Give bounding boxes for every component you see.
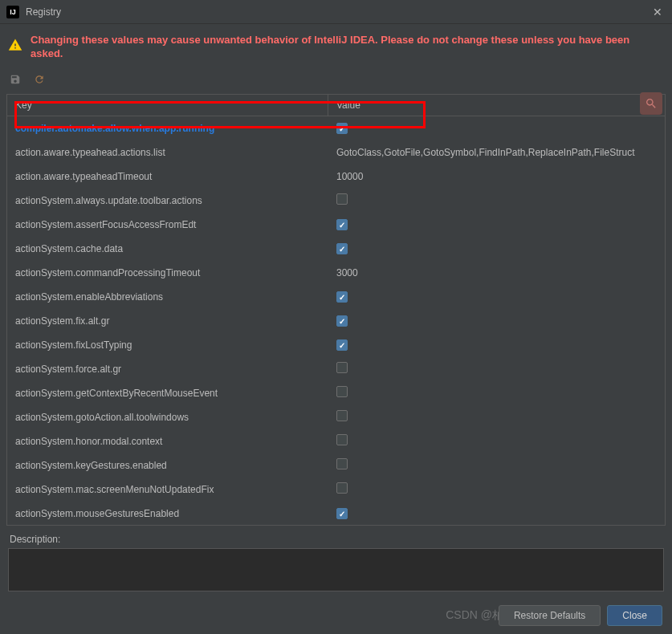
registry-value[interactable]: [328, 339, 665, 352]
warning-text: Changing these values may cause unwanted…: [31, 34, 664, 61]
registry-key: actionSystem.honor.modal.context: [7, 436, 328, 447]
table-row[interactable]: action.aware.typeahead.actions.listGotoC…: [7, 140, 665, 165]
checkbox[interactable]: [336, 339, 348, 351]
registry-value[interactable]: [328, 362, 665, 376]
close-icon[interactable]: ✕: [650, 2, 666, 22]
registry-value[interactable]: [328, 315, 665, 327]
registry-value[interactable]: [328, 410, 665, 424]
table-row[interactable]: actionSystem.enableAbbreviations: [7, 285, 665, 309]
registry-key: actionSystem.cache.data: [7, 243, 328, 254]
table-row[interactable]: actionSystem.getContextByRecentMouseEven…: [7, 381, 665, 405]
checkbox[interactable]: [336, 243, 348, 254]
registry-key: actionSystem.force.alt.gr: [7, 364, 328, 375]
table-row[interactable]: actionSystem.keyGestures.enabled: [7, 453, 665, 478]
registry-key: actionSystem.always.update.toolbar.actio…: [7, 195, 328, 206]
rows-container[interactable]: compiler.automake.allow.when.app.running…: [6, 116, 666, 526]
checkbox[interactable]: [336, 482, 348, 494]
checkbox[interactable]: [336, 315, 348, 327]
warning-icon: [8, 38, 22, 56]
table-row[interactable]: actionSystem.cache.data: [7, 237, 665, 261]
registry-value[interactable]: [328, 123, 665, 135]
registry-key: actionSystem.commandProcessingTimeout: [7, 267, 328, 278]
registry-table: Key Value compiler.automake.allow.when.a…: [6, 94, 666, 526]
close-button[interactable]: Close: [607, 605, 662, 626]
registry-value[interactable]: [328, 193, 665, 207]
registry-key: actionSystem.getContextByRecentMouseEven…: [7, 388, 328, 399]
column-key[interactable]: Key: [7, 95, 328, 116]
registry-key: actionSystem.fix.alt.gr: [7, 315, 328, 327]
table-row[interactable]: actionSystem.honor.modal.context: [7, 429, 665, 453]
table-row[interactable]: action.aware.typeaheadTimeout10000: [7, 165, 665, 189]
registry-value[interactable]: [328, 291, 665, 303]
checkbox[interactable]: [336, 193, 348, 205]
registry-key: actionSystem.keyGestures.enabled: [7, 460, 328, 471]
table-row[interactable]: actionSystem.mac.screenMenuNotUpdatedFix: [7, 478, 665, 502]
registry-key: actionSystem.mouseGesturesEnabled: [7, 508, 328, 519]
checkbox[interactable]: [336, 386, 348, 397]
table-row[interactable]: actionSystem.assertFocusAccessFromEdt: [7, 213, 665, 237]
registry-value[interactable]: [328, 219, 665, 231]
table-row[interactable]: compiler.automake.allow.when.app.running: [7, 116, 665, 140]
registry-key: actionSystem.gotoAction.all.toolwindows: [7, 412, 328, 423]
checkbox[interactable]: [336, 123, 348, 134]
registry-key: action.aware.typeaheadTimeout: [7, 171, 328, 182]
table-row[interactable]: actionSystem.always.update.toolbar.actio…: [7, 189, 665, 213]
registry-key: action.aware.typeahead.actions.list: [7, 147, 328, 158]
registry-value[interactable]: [328, 458, 665, 472]
table-row[interactable]: actionSystem.commandProcessingTimeout300…: [7, 261, 665, 285]
registry-key: actionSystem.enableAbbreviations: [7, 291, 328, 303]
registry-key: actionSystem.assertFocusAccessFromEdt: [7, 219, 328, 230]
description-label: Description:: [0, 526, 672, 548]
checkbox[interactable]: [336, 434, 348, 445]
checkbox[interactable]: [336, 508, 348, 519]
table-row[interactable]: actionSystem.force.alt.gr: [7, 357, 665, 381]
search-icon[interactable]: [640, 92, 662, 115]
table-row[interactable]: actionSystem.gotoAction.all.toolwindows: [7, 405, 665, 429]
table-header: Key Value: [6, 94, 666, 116]
warning-banner: Changing these values may cause unwanted…: [0, 24, 672, 71]
restore-defaults-button[interactable]: Restore Defaults: [499, 605, 601, 626]
table-row[interactable]: actionSystem.fix.alt.gr: [7, 309, 665, 333]
registry-value[interactable]: [328, 482, 665, 496]
registry-value[interactable]: 10000: [328, 171, 665, 182]
save-icon[interactable]: [10, 74, 21, 87]
registry-value[interactable]: [328, 386, 665, 400]
footer: Restore Defaults Close: [499, 605, 662, 626]
checkbox[interactable]: [336, 410, 348, 421]
checkbox[interactable]: [336, 458, 348, 469]
table-row[interactable]: actionSystem.mouseGesturesEnabled: [7, 502, 665, 526]
registry-key: actionSystem.mac.screenMenuNotUpdatedFix: [7, 484, 328, 495]
registry-value[interactable]: [328, 243, 665, 255]
registry-value[interactable]: [328, 508, 665, 520]
registry-key: actionSystem.fixLostTyping: [7, 339, 328, 351]
toolbar: [0, 71, 672, 94]
registry-value[interactable]: GotoClass,GotoFile,GotoSymbol,FindInPath…: [328, 147, 665, 158]
registry-value[interactable]: [328, 434, 665, 448]
column-value[interactable]: Value: [328, 95, 665, 116]
checkbox[interactable]: [336, 291, 348, 303]
description-box: [8, 548, 664, 591]
window-title: Registry: [26, 6, 61, 18]
registry-value[interactable]: 3000: [328, 267, 665, 278]
refresh-icon[interactable]: [34, 74, 45, 87]
titlebar: IJ Registry ✕: [0, 0, 672, 24]
app-icon: IJ: [6, 6, 19, 18]
registry-key: compiler.automake.allow.when.app.running: [7, 123, 328, 134]
table-row[interactable]: actionSystem.fixLostTyping: [7, 333, 665, 357]
checkbox[interactable]: [336, 219, 348, 230]
checkbox[interactable]: [336, 362, 348, 373]
